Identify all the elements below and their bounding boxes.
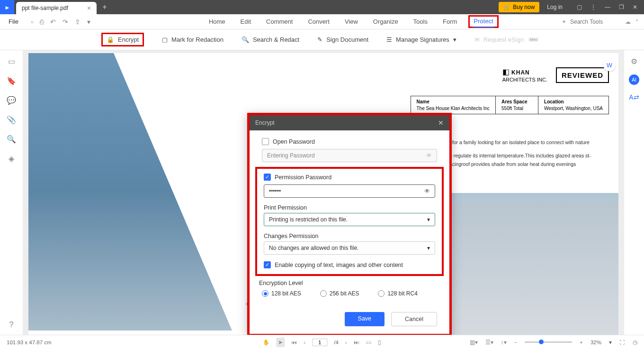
open-password-checkbox[interactable]	[262, 138, 269, 145]
close-tab-icon[interactable]: ×	[87, 4, 91, 12]
new-tab-button[interactable]: +	[102, 3, 107, 11]
attachment-icon[interactable]: 📎	[7, 115, 16, 124]
search-redact-label: Search & Redact	[253, 36, 299, 43]
cloud-icon[interactable]: ☁	[625, 18, 631, 25]
radio-128-rc4[interactable]: 128 bit RC4	[378, 290, 417, 297]
info-area-h: Ares Space	[501, 99, 532, 104]
kebab-icon[interactable]: ⋮	[590, 4, 596, 10]
dialog-close-icon[interactable]: ✕	[438, 119, 444, 127]
prev-page-icon[interactable]: ‹	[304, 340, 305, 345]
next-page-icon[interactable]: ›	[345, 340, 347, 345]
sign-document-button[interactable]: ✎ Sign Document	[317, 36, 368, 43]
hand-tool-icon[interactable]: ✋	[263, 339, 269, 346]
permission-password-input[interactable]: •••••• 👁	[264, 184, 435, 198]
sliders-icon[interactable]: ⚙	[631, 57, 637, 66]
tab-form[interactable]: Form	[442, 16, 458, 27]
tab-tools[interactable]: Tools	[412, 16, 429, 27]
radio-128-aes[interactable]: 128 bit AES	[262, 290, 301, 297]
permission-password-checkbox[interactable]: ✓	[264, 174, 271, 181]
encryption-level-label: Encryption Level	[259, 280, 437, 286]
reading-mode-icon[interactable]: ☰▾	[485, 339, 493, 346]
fit-page-icon[interactable]: ▭	[366, 339, 371, 346]
redo-icon[interactable]: ↷	[63, 18, 68, 26]
thumbnail-icon[interactable]: ▭	[8, 57, 15, 66]
menu-bar: File ▫ ⎙ ↶ ↷ ⇪ ▾ Home Edit Comment Conve…	[0, 14, 644, 29]
layers-icon[interactable]: ◈	[9, 154, 14, 163]
clock-icon[interactable]: ◷	[633, 339, 637, 346]
share-icon[interactable]: ⇪	[75, 18, 80, 26]
cancel-button[interactable]: Cancel	[391, 312, 437, 326]
bookmark-icon[interactable]: 🔖	[7, 76, 16, 85]
print-icon[interactable]: ⎙	[40, 18, 44, 26]
word-export-badge[interactable]: W	[603, 59, 616, 71]
chevron-up-icon[interactable]: ⌃	[635, 18, 639, 25]
close-window-icon[interactable]: ✕	[633, 4, 637, 10]
login-button[interactable]: Log in	[547, 4, 563, 10]
encrypt-button[interactable]: 🔒 Encrypt	[107, 36, 139, 43]
search-tools[interactable]: ✦ ☁ ⌃	[562, 18, 639, 25]
dialog-title: Encrypt	[255, 119, 275, 126]
chevron-down-icon: ▾	[427, 245, 430, 251]
translate-icon[interactable]: A⇄	[629, 93, 639, 101]
fit-width-icon[interactable]: ▯	[378, 339, 381, 346]
minimize-icon[interactable]: —	[605, 4, 610, 10]
changes-permission-value: No changes are allowed on this file.	[269, 245, 358, 251]
document-viewport[interactable]: ◧ KHAN ARCHITECTS INC. REVIEWED NameThe …	[23, 50, 624, 335]
tab-comment[interactable]: Comment	[265, 16, 294, 27]
view-mode-icon[interactable]: ▥▾	[470, 339, 478, 346]
first-page-icon[interactable]: ⏮	[291, 340, 297, 345]
buy-now-button[interactable]: 🛒 Buy now	[499, 2, 539, 12]
page-number-input[interactable]	[312, 339, 327, 346]
highlight-permission-section: ✓ Permission Password •••••• 👁 Print Per…	[255, 167, 444, 276]
reviewed-stamp: REVIEWED	[556, 67, 609, 83]
mark-redaction-button[interactable]: ▢ Mark for Redaction	[162, 36, 224, 43]
notification-icon[interactable]: ▢	[577, 4, 582, 10]
save-icon[interactable]: ▫	[31, 18, 33, 26]
request-esign-label: Request eSign	[483, 36, 524, 43]
search-redact-button[interactable]: 🔍 Search & Redact	[242, 36, 299, 43]
tab-convert[interactable]: Convert	[307, 16, 331, 27]
save-button[interactable]: Save	[345, 312, 385, 326]
search-tools-input[interactable]	[570, 18, 617, 25]
tab-edit[interactable]: Edit	[240, 16, 252, 27]
dropdown-icon[interactable]: ▾	[87, 18, 90, 26]
eye-icon[interactable]: 👁	[424, 188, 430, 194]
manage-signatures-button[interactable]: ☰ Manage Signatures ▾	[386, 36, 456, 43]
help-icon[interactable]: ?	[9, 321, 14, 329]
zoom-out-icon[interactable]: −	[514, 340, 518, 345]
zoom-chevron-icon[interactable]: ▾	[609, 339, 612, 346]
fullscreen-icon[interactable]: ⛶	[619, 340, 625, 345]
undo-icon[interactable]: ↶	[50, 18, 56, 26]
print-permission-select[interactable]: Printing is restricted on this file. ▾	[264, 213, 435, 226]
tab-organize[interactable]: Organize	[372, 16, 399, 27]
tab-view[interactable]: View	[344, 16, 359, 27]
info-name-h: Name	[417, 99, 490, 104]
tab-home[interactable]: Home	[208, 16, 226, 27]
brand-sub: ARCHITECTS INC.	[502, 77, 547, 83]
maximize-icon[interactable]: ❐	[619, 4, 624, 10]
ai-icon[interactable]: AI	[629, 74, 639, 85]
sign-document-label: Sign Document	[326, 36, 368, 43]
comment-icon[interactable]: 💬	[7, 96, 16, 105]
last-page-icon[interactable]: ⏭	[354, 340, 359, 345]
manage-signatures-label: Manage Signatures	[396, 36, 449, 43]
enable-copy-checkbox[interactable]: ✓	[264, 261, 271, 268]
file-menu[interactable]: File	[5, 18, 22, 25]
zoom-value[interactable]: 32%	[590, 340, 601, 345]
document-tab[interactable]: ppt file-sample.pdf ×	[16, 2, 97, 14]
radio-256-aes[interactable]: 256 bit AES	[320, 290, 359, 297]
dialog-titlebar[interactable]: Encrypt ✕	[250, 115, 449, 130]
page-dimensions: 101.93 x 47.87 cm	[7, 340, 52, 345]
para1: n for a family looking for an isolated p…	[448, 138, 609, 147]
select-tool-icon[interactable]: ➤	[276, 338, 285, 347]
search-icon[interactable]: 🔍	[7, 135, 16, 144]
lock-icon: 🔒	[107, 36, 114, 43]
tab-protect[interactable]: Protect	[473, 16, 494, 28]
zoom-in-icon[interactable]: +	[580, 340, 583, 345]
sub-toolbar: 🔒 Encrypt ▢ Mark for Redaction 🔍 Search …	[0, 29, 644, 50]
scroll-mode-icon[interactable]: ↕▾	[501, 339, 507, 346]
zoom-slider[interactable]	[525, 341, 572, 343]
title-bar: ▸ ppt file-sample.pdf × + 🛒 Buy now Log …	[0, 0, 644, 14]
changes-permission-select[interactable]: No changes are allowed on this file. ▾	[264, 241, 435, 255]
search-redact-icon: 🔍	[242, 36, 249, 43]
